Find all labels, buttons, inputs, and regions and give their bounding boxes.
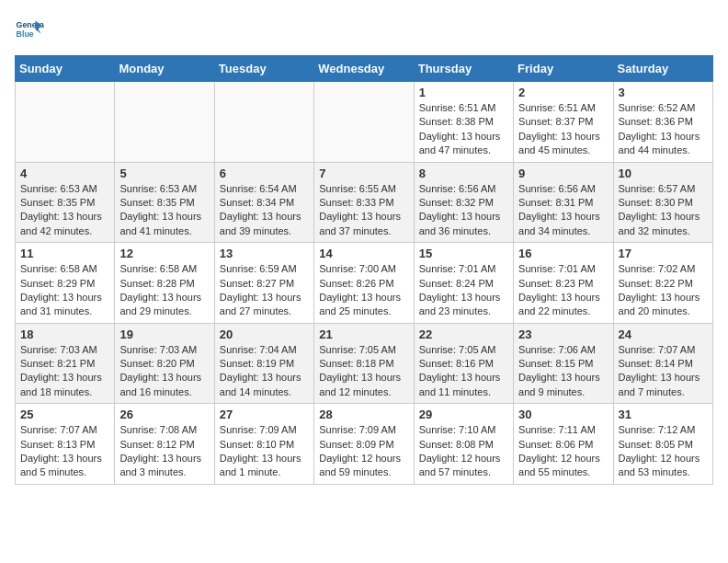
day-number: 3	[619, 86, 708, 99]
calendar-cell: 22Sunrise: 7:05 AM Sunset: 8:16 PM Dayli…	[414, 323, 513, 404]
calendar-cell	[16, 82, 115, 163]
calendar-cell: 27Sunrise: 7:09 AM Sunset: 8:10 PM Dayli…	[214, 404, 313, 485]
day-info: Sunrise: 6:57 AM Sunset: 8:30 PM Dayligh…	[619, 182, 708, 239]
day-info: Sunrise: 7:00 AM Sunset: 8:26 PM Dayligh…	[319, 262, 408, 319]
calendar-cell: 3Sunrise: 6:52 AM Sunset: 8:36 PM Daylig…	[613, 82, 712, 163]
calendar-table: SundayMondayTuesdayWednesdayThursdayFrid…	[15, 55, 713, 485]
header-thursday: Thursday	[414, 56, 513, 82]
day-number: 7	[319, 167, 408, 180]
calendar-cell: 16Sunrise: 7:01 AM Sunset: 8:23 PM Dayli…	[514, 243, 613, 324]
calendar-week-row: 25Sunrise: 7:07 AM Sunset: 8:13 PM Dayli…	[16, 404, 713, 485]
day-number: 26	[119, 408, 209, 421]
day-info: Sunrise: 6:58 AM Sunset: 8:29 PM Dayligh…	[20, 262, 109, 319]
calendar-cell	[214, 82, 313, 163]
day-info: Sunrise: 6:52 AM Sunset: 8:36 PM Dayligh…	[619, 101, 708, 158]
calendar-week-row: 4Sunrise: 6:53 AM Sunset: 8:35 PM Daylig…	[16, 162, 713, 243]
day-info: Sunrise: 7:06 AM Sunset: 8:15 PM Dayligh…	[518, 343, 608, 400]
calendar-cell: 4Sunrise: 6:53 AM Sunset: 8:35 PM Daylig…	[16, 162, 115, 243]
day-info: Sunrise: 7:04 AM Sunset: 8:19 PM Dayligh…	[220, 343, 309, 400]
day-info: Sunrise: 7:05 AM Sunset: 8:16 PM Dayligh…	[419, 343, 508, 400]
header-sunday: Sunday	[16, 56, 115, 82]
calendar-cell	[115, 82, 214, 163]
day-number: 10	[619, 167, 708, 180]
calendar-cell: 6Sunrise: 6:54 AM Sunset: 8:34 PM Daylig…	[214, 162, 313, 243]
day-info: Sunrise: 6:59 AM Sunset: 8:27 PM Dayligh…	[220, 262, 309, 319]
day-info: Sunrise: 7:11 AM Sunset: 8:06 PM Dayligh…	[518, 423, 608, 480]
calendar-cell	[314, 82, 414, 163]
day-info: Sunrise: 7:03 AM Sunset: 8:20 PM Dayligh…	[119, 343, 209, 400]
day-number: 27	[220, 408, 309, 421]
calendar-cell: 9Sunrise: 6:56 AM Sunset: 8:31 PM Daylig…	[514, 162, 613, 243]
svg-text:Blue: Blue	[17, 29, 34, 39]
calendar-cell: 14Sunrise: 7:00 AM Sunset: 8:26 PM Dayli…	[314, 243, 414, 324]
calendar-cell: 12Sunrise: 6:58 AM Sunset: 8:28 PM Dayli…	[115, 243, 214, 324]
header-saturday: Saturday	[613, 56, 712, 82]
day-info: Sunrise: 6:56 AM Sunset: 8:32 PM Dayligh…	[419, 182, 508, 239]
day-info: Sunrise: 7:09 AM Sunset: 8:09 PM Dayligh…	[319, 423, 408, 480]
calendar-cell: 2Sunrise: 6:51 AM Sunset: 8:37 PM Daylig…	[514, 82, 613, 163]
day-info: Sunrise: 7:08 AM Sunset: 8:12 PM Dayligh…	[119, 423, 209, 480]
day-number: 8	[419, 167, 508, 180]
calendar-cell: 25Sunrise: 7:07 AM Sunset: 8:13 PM Dayli…	[16, 404, 115, 485]
calendar-cell: 17Sunrise: 7:02 AM Sunset: 8:22 PM Dayli…	[613, 243, 712, 324]
header-monday: Monday	[115, 56, 214, 82]
day-number: 20	[220, 327, 309, 341]
day-number: 28	[319, 408, 408, 421]
calendar-week-row: 1Sunrise: 6:51 AM Sunset: 8:38 PM Daylig…	[16, 82, 713, 163]
calendar-cell: 30Sunrise: 7:11 AM Sunset: 8:06 PM Dayli…	[514, 404, 613, 485]
day-info: Sunrise: 6:56 AM Sunset: 8:31 PM Dayligh…	[518, 182, 608, 239]
day-info: Sunrise: 7:02 AM Sunset: 8:22 PM Dayligh…	[619, 262, 708, 319]
day-info: Sunrise: 6:51 AM Sunset: 8:37 PM Dayligh…	[518, 101, 608, 158]
logo-icon: General Blue	[15, 15, 44, 44]
day-number: 9	[518, 167, 608, 180]
day-info: Sunrise: 7:01 AM Sunset: 8:24 PM Dayligh…	[419, 262, 508, 319]
calendar-cell: 26Sunrise: 7:08 AM Sunset: 8:12 PM Dayli…	[115, 404, 214, 485]
calendar-cell: 31Sunrise: 7:12 AM Sunset: 8:05 PM Dayli…	[613, 404, 712, 485]
day-number: 1	[419, 86, 508, 99]
day-number: 25	[20, 408, 109, 421]
calendar-cell: 21Sunrise: 7:05 AM Sunset: 8:18 PM Dayli…	[314, 323, 414, 404]
day-number: 17	[619, 247, 708, 260]
day-number: 13	[220, 247, 309, 260]
calendar-cell: 20Sunrise: 7:04 AM Sunset: 8:19 PM Dayli…	[214, 323, 313, 404]
day-info: Sunrise: 7:12 AM Sunset: 8:05 PM Dayligh…	[619, 423, 708, 480]
calendar-cell: 23Sunrise: 7:06 AM Sunset: 8:15 PM Dayli…	[514, 323, 613, 404]
day-number: 19	[119, 327, 209, 341]
calendar-week-row: 18Sunrise: 7:03 AM Sunset: 8:21 PM Dayli…	[16, 323, 713, 404]
day-number: 14	[319, 247, 408, 260]
day-info: Sunrise: 6:58 AM Sunset: 8:28 PM Dayligh…	[119, 262, 209, 319]
calendar-week-row: 11Sunrise: 6:58 AM Sunset: 8:29 PM Dayli…	[16, 243, 713, 324]
calendar-cell: 15Sunrise: 7:01 AM Sunset: 8:24 PM Dayli…	[414, 243, 513, 324]
calendar-cell: 19Sunrise: 7:03 AM Sunset: 8:20 PM Dayli…	[115, 323, 214, 404]
day-info: Sunrise: 6:53 AM Sunset: 8:35 PM Dayligh…	[20, 182, 109, 239]
page-header: General Blue	[15, 15, 713, 44]
day-info: Sunrise: 7:05 AM Sunset: 8:18 PM Dayligh…	[319, 343, 408, 400]
day-number: 29	[419, 408, 508, 421]
day-number: 2	[518, 86, 608, 99]
day-number: 21	[319, 327, 408, 341]
calendar-cell: 10Sunrise: 6:57 AM Sunset: 8:30 PM Dayli…	[613, 162, 712, 243]
calendar-cell: 5Sunrise: 6:53 AM Sunset: 8:35 PM Daylig…	[115, 162, 214, 243]
day-info: Sunrise: 7:10 AM Sunset: 8:08 PM Dayligh…	[419, 423, 508, 480]
day-number: 31	[619, 408, 708, 421]
calendar-cell: 29Sunrise: 7:10 AM Sunset: 8:08 PM Dayli…	[414, 404, 513, 485]
logo: General Blue	[15, 15, 48, 44]
calendar-cell: 1Sunrise: 6:51 AM Sunset: 8:38 PM Daylig…	[414, 82, 513, 163]
calendar-cell: 24Sunrise: 7:07 AM Sunset: 8:14 PM Dayli…	[613, 323, 712, 404]
day-info: Sunrise: 7:07 AM Sunset: 8:13 PM Dayligh…	[20, 423, 109, 480]
day-info: Sunrise: 6:54 AM Sunset: 8:34 PM Dayligh…	[220, 182, 309, 239]
calendar-header-row: SundayMondayTuesdayWednesdayThursdayFrid…	[16, 56, 713, 82]
header-friday: Friday	[514, 56, 613, 82]
day-info: Sunrise: 7:01 AM Sunset: 8:23 PM Dayligh…	[518, 262, 608, 319]
calendar-cell: 18Sunrise: 7:03 AM Sunset: 8:21 PM Dayli…	[16, 323, 115, 404]
day-number: 15	[419, 247, 508, 260]
day-number: 22	[419, 327, 508, 341]
calendar-cell: 13Sunrise: 6:59 AM Sunset: 8:27 PM Dayli…	[214, 243, 313, 324]
day-info: Sunrise: 7:03 AM Sunset: 8:21 PM Dayligh…	[20, 343, 109, 400]
day-number: 24	[619, 327, 708, 341]
calendar-cell: 11Sunrise: 6:58 AM Sunset: 8:29 PM Dayli…	[16, 243, 115, 324]
calendar-cell: 8Sunrise: 6:56 AM Sunset: 8:32 PM Daylig…	[414, 162, 513, 243]
header-tuesday: Tuesday	[214, 56, 313, 82]
day-number: 23	[518, 327, 608, 341]
day-info: Sunrise: 6:51 AM Sunset: 8:38 PM Dayligh…	[419, 101, 508, 158]
